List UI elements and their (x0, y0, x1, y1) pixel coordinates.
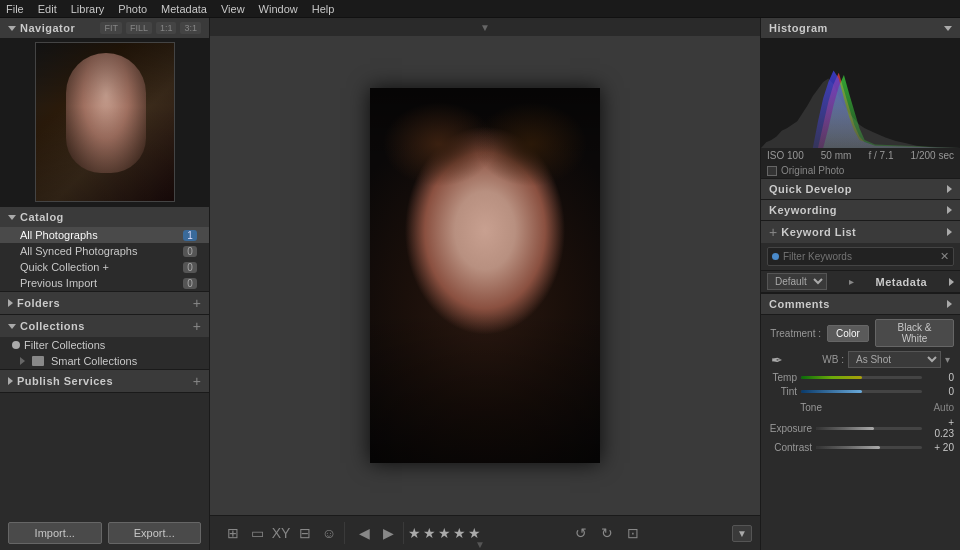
metadata-preset-select[interactable]: Default (767, 273, 827, 290)
smart-collections-expand-icon (20, 357, 25, 365)
compare-view-button[interactable]: XY (270, 522, 292, 544)
folders-collapse-icon (8, 299, 13, 307)
catalog-item-previous-import-count: 0 (183, 278, 197, 289)
filmstrip-collapse-indicator[interactable]: ▼ (475, 538, 485, 550)
folders-add-button[interactable]: + (193, 296, 201, 310)
tint-label: Tint (767, 386, 797, 397)
toolbar-dropdown[interactable]: ▼ (732, 525, 752, 542)
collections-add-button[interactable]: + (193, 319, 201, 333)
metadata-collapse-arrow: ▸ (849, 276, 854, 287)
color-button[interactable]: Color (827, 325, 869, 342)
treatment-label: Treatment : (767, 328, 821, 339)
menu-help[interactable]: Help (312, 3, 335, 15)
contrast-slider[interactable] (816, 446, 922, 449)
menu-photo[interactable]: Photo (118, 3, 147, 15)
export-button[interactable]: Export... (108, 522, 202, 544)
grid-view-button[interactable]: ⊞ (222, 522, 244, 544)
temp-row: Temp 0 (767, 372, 954, 383)
catalog-item-synced-count: 0 (183, 246, 197, 257)
navigator-controls: FIT FILL 1:1 3:1 (100, 22, 201, 34)
catalog-header[interactable]: Catalog (0, 207, 209, 227)
nav-3-1-button[interactable]: 3:1 (180, 22, 201, 34)
catalog-item-synced[interactable]: All Synced Photographs 0 (0, 243, 209, 259)
catalog-title: Catalog (20, 211, 64, 223)
prev-photo-button[interactable]: ◀ (353, 522, 375, 544)
bw-button[interactable]: Black & White (875, 319, 954, 347)
quick-develop-header[interactable]: Quick Develop (761, 179, 960, 199)
nav-1-1-button[interactable]: 1:1 (156, 22, 177, 34)
navigator-title: Navigator (20, 22, 75, 34)
smart-collections-folder-icon (32, 356, 44, 366)
keyword-filter-row: ✕ (767, 247, 954, 266)
survey-view-button[interactable]: ⊟ (294, 522, 316, 544)
menu-bar: File Edit Library Photo Metadata View Wi… (0, 0, 960, 18)
next-photo-button[interactable]: ▶ (377, 522, 399, 544)
main-photo[interactable] (370, 88, 600, 463)
eyedropper-icon[interactable]: ✒ (771, 352, 783, 368)
people-view-button[interactable]: ☺ (318, 522, 340, 544)
star-2[interactable]: ★ (423, 525, 436, 541)
star-1[interactable]: ★ (408, 525, 421, 541)
histogram-section: Histogram (761, 18, 960, 179)
collection-filter[interactable]: Filter Collections (0, 337, 209, 353)
rotate-cw-button[interactable]: ↻ (596, 522, 618, 544)
collection-smart[interactable]: Smart Collections (0, 353, 209, 369)
comments-header[interactable]: Comments (761, 294, 960, 314)
catalog-item-previous-import[interactable]: Previous Import 0 (0, 275, 209, 291)
histogram-header[interactable]: Histogram (761, 18, 960, 38)
publish-services-section: Publish Services + (0, 370, 209, 393)
main-image-area[interactable] (210, 36, 760, 515)
folders-title: Folders (17, 297, 60, 309)
folders-section: Folders + (0, 292, 209, 315)
star-3[interactable]: ★ (438, 525, 451, 541)
nav-fill-button[interactable]: FILL (126, 22, 152, 34)
keyword-list-collapse-icon (947, 228, 952, 236)
navigator-image[interactable] (35, 42, 175, 202)
catalog-item-previous-import-label: Previous Import (20, 277, 97, 289)
menu-edit[interactable]: Edit (38, 3, 57, 15)
keyword-filter-clear-button[interactable]: ✕ (940, 250, 949, 263)
keywording-title: Keywording (769, 204, 837, 216)
catalog-item-quick-collection[interactable]: Quick Collection + 0 (0, 259, 209, 275)
crop-button[interactable]: ⊡ (622, 522, 644, 544)
histogram-original-row: Original Photo (761, 163, 960, 178)
keywording-header[interactable]: Keywording (761, 200, 960, 220)
publish-services-header[interactable]: Publish Services + (0, 370, 209, 392)
import-button[interactable]: Import... (8, 522, 102, 544)
center-toolbar: ⊞ ▭ XY ⊟ ☺ ◀ ▶ ★ ★ ★ ★ ★ ↺ ↻ ⊡ (210, 515, 760, 550)
navigator-collapse-icon (8, 26, 16, 31)
catalog-item-all-photos[interactable]: All Photographs 1 (0, 227, 209, 243)
tone-label: Tone (767, 402, 822, 413)
histogram-iso: ISO 100 (767, 150, 804, 161)
tone-auto-button[interactable]: Auto (933, 402, 954, 413)
star-4[interactable]: ★ (453, 525, 466, 541)
menu-library[interactable]: Library (71, 3, 105, 15)
original-photo-checkbox[interactable] (767, 166, 777, 176)
folders-header[interactable]: Folders + (0, 292, 209, 314)
exposure-slider[interactable] (816, 427, 922, 430)
navigator-header[interactable]: Navigator FIT FILL 1:1 3:1 (0, 18, 209, 38)
collection-smart-label: Smart Collections (51, 355, 137, 367)
publish-services-add-button[interactable]: + (193, 374, 201, 388)
temp-slider[interactable] (801, 376, 922, 379)
loupe-view-button[interactable]: ▭ (246, 522, 268, 544)
publish-services-collapse-icon (8, 377, 13, 385)
tint-slider[interactable] (801, 390, 922, 393)
menu-metadata[interactable]: Metadata (161, 3, 207, 15)
menu-view[interactable]: View (221, 3, 245, 15)
keyword-list-add-button[interactable]: + (769, 225, 777, 239)
menu-file[interactable]: File (6, 3, 24, 15)
menu-window[interactable]: Window (259, 3, 298, 15)
collections-collapse-icon (8, 324, 16, 329)
keyword-filter-input[interactable] (783, 251, 936, 262)
metadata-section: Default ▸ Metadata (761, 271, 960, 294)
catalog-item-quick-collection-count: 0 (183, 262, 197, 273)
main-layout: Navigator FIT FILL 1:1 3:1 Catalog (0, 18, 960, 550)
wb-select[interactable]: As Shot (848, 351, 941, 368)
keyword-list-header[interactable]: + Keyword List (761, 221, 960, 243)
rotate-ccw-button[interactable]: ↺ (570, 522, 592, 544)
nav-fit-button[interactable]: FIT (100, 22, 122, 34)
quick-develop-title: Quick Develop (769, 183, 852, 195)
collections-header[interactable]: Collections + (0, 315, 209, 337)
metadata-collapse-icon (949, 278, 954, 286)
